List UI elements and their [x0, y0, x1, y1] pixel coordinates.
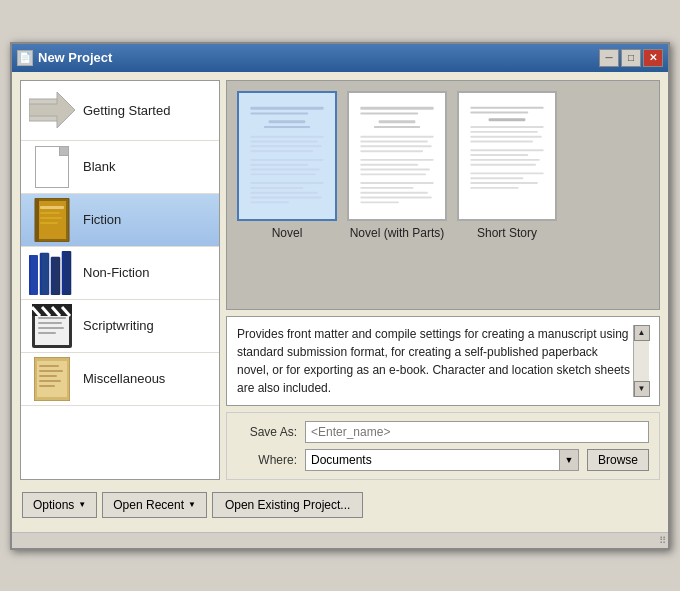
description-area: Provides front matter and compile settin…	[226, 316, 660, 406]
scroll-down-button[interactable]: ▼	[634, 381, 650, 397]
svg-rect-6	[40, 217, 62, 219]
scroll-track	[634, 341, 649, 381]
svg-rect-69	[360, 191, 428, 193]
svg-rect-38	[250, 112, 308, 114]
svg-rect-64	[360, 163, 418, 165]
svg-rect-34	[39, 380, 61, 382]
svg-rect-54	[354, 99, 439, 213]
title-bar: 📄 New Project ─ □ ✕	[12, 44, 668, 72]
svg-rect-79	[470, 140, 533, 142]
options-dropdown-icon: ▼	[78, 500, 86, 509]
svg-rect-32	[39, 370, 63, 372]
svg-rect-13	[29, 255, 31, 295]
sidebar-item-scriptwriting[interactable]: Scriptwriting	[21, 300, 219, 353]
open-recent-label: Open Recent	[113, 498, 184, 512]
save-as-input[interactable]	[305, 421, 649, 443]
svg-rect-60	[360, 140, 428, 142]
svg-rect-48	[250, 173, 316, 175]
title-bar-left: 📄 New Project	[17, 50, 112, 66]
window-body: Getting Started Blank	[12, 72, 668, 532]
close-button[interactable]: ✕	[643, 49, 663, 67]
category-sidebar: Getting Started Blank	[20, 80, 220, 480]
sidebar-blank-label: Blank	[83, 159, 116, 174]
svg-rect-57	[379, 120, 416, 123]
sidebar-non-fiction-label: Non-Fiction	[83, 265, 149, 280]
svg-rect-77	[470, 130, 538, 132]
svg-rect-82	[470, 158, 540, 160]
open-recent-button[interactable]: Open Recent ▼	[102, 492, 207, 518]
svg-rect-8	[35, 198, 39, 242]
main-content: Getting Started Blank	[20, 80, 660, 480]
template-grid: Novel	[226, 80, 660, 310]
svg-rect-7	[40, 222, 58, 224]
template-thumb-novel-with-parts	[347, 91, 447, 221]
maximize-button[interactable]: □	[621, 49, 641, 67]
svg-rect-55	[360, 106, 433, 109]
blank-icon	[29, 147, 75, 187]
description-scrollbar[interactable]: ▲ ▼	[633, 325, 649, 397]
sidebar-scriptwriting-label: Scriptwriting	[83, 318, 154, 333]
svg-rect-53	[250, 201, 289, 203]
sidebar-item-fiction[interactable]: Fiction	[21, 194, 219, 247]
open-recent-dropdown-icon: ▼	[188, 500, 196, 509]
window-title: New Project	[38, 50, 112, 65]
save-as-row: Save As:	[237, 421, 649, 443]
svg-rect-65	[360, 168, 430, 170]
svg-rect-31	[39, 365, 59, 367]
bottom-button-bar: Options ▼ Open Recent ▼ Open Existing Pr…	[20, 486, 660, 524]
template-item-novel[interactable]: Novel	[237, 91, 337, 240]
getting-started-icon	[29, 90, 75, 130]
template-thumb-short-story	[457, 91, 557, 221]
where-row: Where: Documents Desktop Home ▼ Browse	[237, 449, 649, 471]
where-label: Where:	[237, 453, 297, 467]
svg-rect-76	[470, 126, 543, 128]
sidebar-item-getting-started[interactable]: Getting Started	[21, 81, 219, 141]
svg-rect-59	[360, 135, 433, 137]
options-button[interactable]: Options ▼	[22, 492, 97, 518]
open-existing-button[interactable]: Open Existing Project...	[212, 492, 363, 518]
svg-rect-75	[489, 118, 526, 121]
select-arrow-icon: ▼	[559, 449, 579, 471]
svg-rect-36	[244, 99, 329, 213]
svg-rect-73	[470, 106, 543, 108]
sidebar-item-blank[interactable]: Blank	[21, 141, 219, 194]
save-as-label: Save As:	[237, 425, 297, 439]
template-novel-label: Novel	[272, 226, 303, 240]
new-project-window: 📄 New Project ─ □ ✕ Get	[10, 42, 670, 550]
svg-rect-83	[470, 163, 536, 165]
template-item-short-story[interactable]: Short Story	[457, 91, 557, 240]
where-select[interactable]: Documents Desktop Home	[305, 449, 579, 471]
svg-rect-41	[250, 135, 323, 137]
svg-rect-78	[470, 135, 541, 137]
svg-rect-42	[250, 140, 318, 142]
browse-button[interactable]: Browse	[587, 449, 649, 471]
svg-rect-81	[470, 154, 528, 156]
scriptwriting-icon	[29, 306, 75, 346]
svg-rect-67	[360, 182, 433, 184]
sidebar-getting-started-label: Getting Started	[83, 103, 170, 118]
svg-rect-87	[470, 186, 518, 188]
svg-rect-66	[360, 173, 426, 175]
sidebar-item-non-fiction[interactable]: Non-Fiction	[21, 247, 219, 300]
sidebar-fiction-label: Fiction	[83, 212, 121, 227]
svg-rect-23	[38, 332, 56, 334]
non-fiction-icon	[29, 253, 75, 293]
svg-rect-21	[38, 322, 62, 324]
window-icon: 📄	[17, 50, 33, 66]
svg-rect-44	[250, 150, 313, 152]
template-item-novel-with-parts[interactable]: Novel (with Parts)	[347, 91, 447, 240]
svg-rect-62	[360, 150, 423, 152]
svg-rect-80	[470, 149, 543, 151]
window-statusbar: ⠿	[12, 532, 668, 548]
sidebar-item-miscellaneous[interactable]: Miscellaneous	[21, 353, 219, 406]
options-label: Options	[33, 498, 74, 512]
svg-rect-45	[250, 158, 323, 160]
scroll-up-button[interactable]: ▲	[634, 325, 650, 341]
svg-rect-68	[360, 186, 413, 188]
svg-rect-85	[470, 177, 523, 179]
svg-rect-20	[38, 317, 66, 319]
svg-rect-47	[250, 168, 320, 170]
svg-rect-37	[250, 106, 323, 109]
minimize-button[interactable]: ─	[599, 49, 619, 67]
resize-grip: ⠿	[659, 535, 666, 546]
